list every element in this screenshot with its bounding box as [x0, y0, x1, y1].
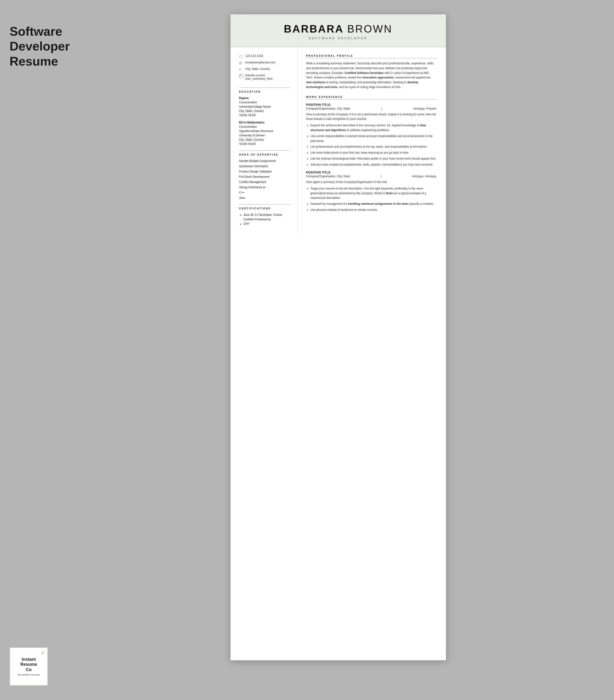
education-section: EDUCATION Degree Concentration Universit…	[239, 90, 291, 146]
logo-tagline: the perfect resume	[18, 673, 40, 676]
phone-value: 123-123-1234	[245, 54, 263, 58]
logo-line2: Resume	[20, 662, 37, 667]
edu-school-1: University/College Name	[239, 104, 291, 109]
bullet-0-4: Use the reverse chronological order. Rec…	[310, 157, 437, 161]
logo-text: Instant Resume Co	[18, 657, 40, 673]
edu-years-1: YEAR-YEAR	[239, 113, 291, 117]
profile-section: PROFESSIONAL PROFILE Write a compelling …	[306, 54, 437, 90]
bullet-1-2: Use phrases instead of sentences to rema…	[310, 208, 437, 212]
resume-document: BARBARA BROWN SOFTWARE DEVELOPER ◯ 123-1…	[231, 14, 446, 660]
email-icon: @	[239, 61, 244, 65]
position-meta-0: Company/Organisation, City, State | mm/y…	[306, 107, 437, 110]
linkedin-value: linkedin.com/in/ your_username_here	[245, 74, 291, 80]
bullet-1-1: Awarded by management for handling maxim…	[310, 202, 437, 207]
edu-school-2: Algorithms/Data Structures	[239, 129, 291, 133]
email-value: emailname@email.com	[245, 61, 275, 64]
bullet-1-0: Target your resume to the job descriptio…	[310, 186, 437, 200]
position-title-1: POSITION TITLE	[306, 171, 437, 174]
resume-name: BARBARA BROWN	[243, 23, 434, 35]
page-label: Software Developer Resume	[10, 24, 70, 68]
contact-linkedin: in linkedin.com/in/ your_username_here	[239, 74, 291, 80]
edu-entry-1: Degree Concentration University/College …	[239, 96, 291, 117]
edu-conc-1: Concentration	[239, 100, 291, 104]
cert-list: Java SE 11 Developer: Oracle Certified P…	[239, 213, 291, 227]
position-dates-0: mm/yyyy- Present	[413, 107, 436, 110]
position-divider-1: |	[381, 175, 381, 178]
work-section-title: WORK EXPERIENCE	[306, 96, 437, 100]
expertise-item-3: Full Stack Development	[239, 175, 291, 179]
linkedin-icon: in	[239, 74, 244, 78]
education-title: EDUCATION	[239, 90, 291, 93]
edu-city-2: City, State, Country	[239, 138, 291, 142]
expertise-title: AREA OF EXPERTISE	[239, 153, 291, 156]
position-company-1: Company/Organisation, City, State	[306, 175, 350, 178]
contact-email: @ emailname@email.com	[239, 61, 291, 65]
location-value: City, State, Country	[245, 67, 270, 71]
label-line1: Software	[10, 24, 62, 38]
expertise-item-6: C++	[239, 190, 291, 195]
position-summary-1: Give again a summary of the Company/Orga…	[306, 180, 437, 185]
edu-years-2: YEAR-YEAR	[239, 142, 291, 146]
position-meta-1: Company/Organisation, City, State | mm/y…	[306, 175, 437, 178]
contact-location: ● City, State, Country	[239, 67, 291, 72]
first-name: BARBARA	[284, 23, 344, 35]
job-title: SOFTWARE DEVELOPER	[243, 36, 434, 40]
resume-header: BARBARA BROWN SOFTWARE DEVELOPER	[231, 14, 446, 47]
logo-box: ✓ Instant Resume Co the perfect resume	[10, 647, 48, 686]
position-dates-1: mm/yyyy- mm/yyyy	[412, 175, 437, 178]
expertise-item-5: Strong Proficiency in	[239, 185, 291, 189]
left-column: ◯ 123-123-1234 @ emailname@email.com ● C…	[231, 47, 297, 234]
bullet-0-3: Use more bullet points in your first rol…	[310, 150, 437, 155]
logo-line3: Co	[26, 667, 32, 672]
bullet-0-0: Expand the achievement described in the …	[310, 123, 437, 133]
expertise-item-2: Product Design Validation	[239, 170, 291, 174]
bullet-0-5: Add any more notable accomplishments, sk…	[310, 162, 437, 167]
contact-phone: ◯ 123-123-1234	[239, 54, 291, 59]
expertise-item-4: Conflict Management	[239, 180, 291, 184]
contact-section: ◯ 123-123-1234 @ emailname@email.com ● C…	[239, 54, 291, 80]
work-experience-section: WORK EXPERIENCE POSITION TITLE Company/O…	[306, 96, 437, 212]
profile-section-title: PROFESSIONAL PROFILE	[306, 54, 437, 58]
position-bullets-0: Expand the achievement described in the …	[306, 123, 437, 167]
bullet-0-2: List achievements and accomplishments at…	[310, 145, 437, 149]
expertise-item-7: Java	[239, 196, 291, 200]
edu-conc-2: Concentration	[239, 125, 291, 129]
certifications-title: CERTIFICATIONS	[239, 207, 291, 210]
logo-line1: Instant	[22, 657, 36, 662]
phone-icon: ◯	[239, 54, 244, 59]
edu-university-2: University of Denver	[239, 133, 291, 138]
cert-item-1: CPP	[244, 222, 291, 226]
position-bullets-1: Target your resume to the job descriptio…	[306, 186, 437, 212]
right-column: PROFESSIONAL PROFILE Write a compelling …	[297, 47, 446, 234]
position-summary-0: Give a summary of the Company. If it is …	[306, 112, 437, 121]
location-icon: ●	[239, 67, 244, 72]
bullet-0-1: List current responsibilities in present…	[310, 134, 437, 143]
expertise-item-1: Synthesize Information	[239, 164, 291, 168]
cert-item-0: Java SE 11 Developer: Oracle Certified P…	[244, 213, 291, 222]
position-title-0: POSITION TITLE	[306, 103, 437, 107]
edu-entry-2: BS in Mathematics Concentration Algorith…	[239, 120, 291, 146]
last-name: BROWN	[347, 23, 393, 35]
profile-text: Write a compelling summary statement. Su…	[306, 61, 437, 90]
logo-inner: Instant Resume Co the perfect resume	[18, 657, 40, 676]
certifications-section: CERTIFICATIONS Java SE 11 Developer: Ora…	[239, 207, 291, 227]
expertise-item-0: Handle Multiple Assignments	[239, 159, 291, 163]
label-line3: Resume	[10, 54, 58, 68]
resume-body: ◯ 123-123-1234 @ emailname@email.com ● C…	[231, 47, 446, 234]
position-divider-0: |	[381, 107, 382, 110]
position-company-0: Company/Organisation, City, State	[306, 107, 350, 110]
edu-degree-1: Degree	[239, 96, 291, 100]
check-icon: ✓	[41, 650, 45, 655]
edu-city-1: City, State, Country	[239, 109, 291, 113]
edu-degree-2: BS in Mathematics	[239, 120, 291, 125]
expertise-section: AREA OF EXPERTISE Handle Multiple Assign…	[239, 153, 291, 200]
label-line2: Developer	[10, 39, 70, 53]
